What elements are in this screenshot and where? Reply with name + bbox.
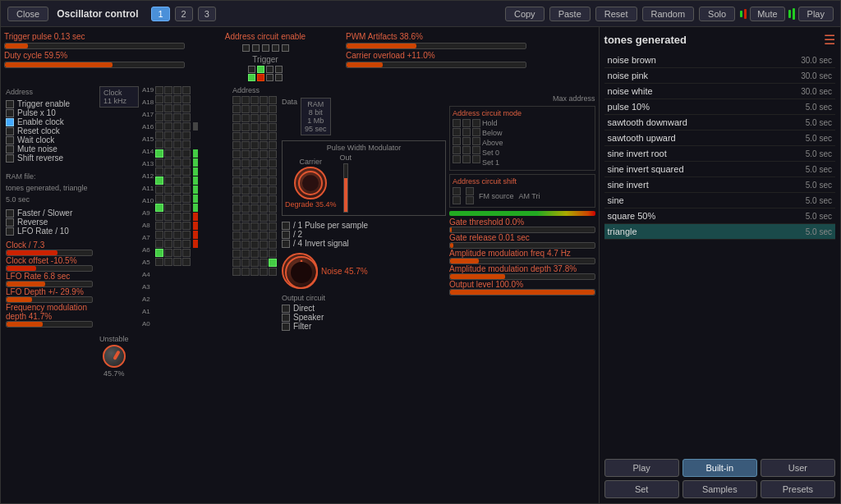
builtin-button[interactable]: Built-in xyxy=(682,459,757,477)
faster-slower-section: Faster / Slower Reverse LFO Rate / 10 xyxy=(6,208,93,236)
pps-1-cb[interactable] xyxy=(282,222,290,230)
tone-sine-invert-squared[interactable]: sine invert squared 5.0 sec xyxy=(604,162,835,177)
addr-right-checkboxes xyxy=(232,96,277,276)
freq-mod-slider[interactable] xyxy=(6,321,93,328)
speaker-cb[interactable] xyxy=(282,314,290,322)
tone-sawtooth-up[interactable]: sawtooth upward 5.0 sec xyxy=(604,131,835,146)
tab-1-button[interactable]: 1 xyxy=(151,7,169,21)
tab-2-button[interactable]: 2 xyxy=(175,7,193,21)
samples-button[interactable]: Samples xyxy=(682,480,757,498)
tone-sine-invert[interactable]: sine invert 5.0 sec xyxy=(604,177,835,193)
reset-clock-cb[interactable] xyxy=(6,127,14,135)
addr-en-cb-4[interactable] xyxy=(272,44,279,52)
pps-2-cb[interactable] xyxy=(282,231,290,239)
faster-slower-item: Faster / Slower xyxy=(6,208,93,218)
random-button[interactable]: Random xyxy=(642,7,695,21)
direct-cb[interactable] xyxy=(282,305,290,313)
play-level-indicator xyxy=(788,8,795,20)
set-samples-presets-row: Set Samples Presets xyxy=(604,480,835,498)
addr-mode-box: Address circuit mode xyxy=(449,106,595,171)
out-slider[interactable] xyxy=(343,163,348,213)
mute-noise-cb[interactable] xyxy=(6,145,14,153)
tone-list: noise brown 30.0 sec noise pink 30.0 sec… xyxy=(604,53,835,459)
filter-item: Filter xyxy=(282,322,446,331)
data-label: Data xyxy=(282,98,297,106)
enable-clock-cb[interactable] xyxy=(6,118,14,126)
trigger-pulse-group: Trigger pulse 0.13 sec Duty cycle 59.5% xyxy=(4,32,185,68)
gate-threshold-slider[interactable] xyxy=(449,227,595,233)
addr-en-cb-3[interactable] xyxy=(262,44,269,52)
amp-depth-slider[interactable] xyxy=(449,273,595,280)
tone-square-50[interactable]: square 50% 5.0 sec xyxy=(604,208,835,224)
set-button[interactable]: Set xyxy=(604,480,679,498)
carrier-overload-slider[interactable] xyxy=(346,62,526,68)
tone-pulse-10[interactable]: pulse 10% 5.0 sec xyxy=(604,99,835,115)
mute-section: Mute Play xyxy=(740,7,834,21)
menu-icon[interactable]: ☰ xyxy=(824,32,835,48)
tone-noise-pink[interactable]: noise pink 30.0 sec xyxy=(604,68,835,84)
gate-release-label: Gate release 0.01 sec xyxy=(449,233,595,242)
fm-source-label: FM source xyxy=(479,192,514,200)
addr-en-cb-5[interactable] xyxy=(282,44,289,52)
unstable-knob[interactable] xyxy=(103,345,126,368)
solo-button[interactable]: Solo xyxy=(699,7,735,21)
copy-button[interactable]: Copy xyxy=(505,7,545,21)
amp-freq-slider[interactable] xyxy=(449,258,595,264)
addr-en-cb-2[interactable] xyxy=(252,44,260,52)
addr-en-cb-1[interactable] xyxy=(242,44,250,52)
lfo-depth-slider[interactable] xyxy=(6,296,93,303)
reverse-cb[interactable] xyxy=(6,218,14,227)
tones-panel: tones generated ☰ noise brown 30.0 sec n… xyxy=(600,27,840,503)
trigger-enable-cb[interactable] xyxy=(6,100,14,108)
lfo-rate10-cb[interactable] xyxy=(6,227,14,236)
addr-shift-box: Address circuit shift FM source xyxy=(449,174,595,208)
presets-button[interactable]: Presets xyxy=(761,480,835,498)
clock-offset-slider[interactable] xyxy=(6,265,93,272)
user-button[interactable]: User xyxy=(761,459,835,477)
pulse-x10-cb[interactable] xyxy=(6,109,14,117)
top-play-button[interactable]: Play xyxy=(798,7,834,21)
carrier-knob[interactable] xyxy=(294,167,327,199)
pulse-x10-item: Pulse x 10 xyxy=(6,108,93,117)
trigger-pulse-slider[interactable] xyxy=(4,43,185,49)
tab-3-button[interactable]: 3 xyxy=(198,7,216,21)
tone-sine-invert-root[interactable]: sine invert root 5.0 sec xyxy=(604,146,835,162)
reset-button[interactable]: Reset xyxy=(595,7,637,21)
noise-knob[interactable] xyxy=(282,253,318,289)
tone-sawtooth-down[interactable]: sawtooth downward 5.0 sec xyxy=(604,115,835,131)
addr-labels-col: A19 A18 A17 A16 A15 A14 A13 A12 A11 A10 xyxy=(142,86,154,332)
pulse-per-sample-1: / 1 Pulse per sample xyxy=(282,221,446,230)
wait-clock-cb[interactable] xyxy=(6,136,14,144)
shift-cb-col1 xyxy=(453,187,461,204)
tone-triangle[interactable]: triangle 5.0 sec xyxy=(604,224,835,240)
filter-cb[interactable] xyxy=(282,323,290,331)
gate-release-slider[interactable] xyxy=(449,242,595,249)
pwm-artifacts-slider[interactable] xyxy=(346,43,526,49)
tone-noise-brown[interactable]: noise brown 30.0 sec xyxy=(604,53,835,68)
tone-sine[interactable]: sine 5.0 sec xyxy=(604,193,835,208)
faster-slower-cb[interactable] xyxy=(6,209,14,218)
paste-button[interactable]: Paste xyxy=(549,7,591,21)
tones-play-button[interactable]: Play xyxy=(604,459,679,477)
gate-threshold-section: Gate threshold 0.0% Gate release 0.01 se… xyxy=(449,211,595,296)
svg-point-1 xyxy=(302,175,319,191)
mute-button[interactable]: Mute xyxy=(750,7,784,21)
clock-73-label: Clock / 7.3 xyxy=(6,241,93,250)
shift-reverse-cb[interactable] xyxy=(6,154,14,163)
matrix-col-2 xyxy=(164,86,172,332)
out-level-slider[interactable] xyxy=(449,289,595,296)
ram-file-dur: 5.0 sec xyxy=(6,195,93,204)
lfo-rate68-slider[interactable] xyxy=(6,281,93,287)
left-controls: Address Trigger enable Pulse x 10 xyxy=(4,86,94,500)
close-button[interactable]: Close xyxy=(7,7,48,21)
play-builtin-user-row: Play Built-in User xyxy=(604,459,835,477)
tone-noise-white[interactable]: noise white 30.0 sec xyxy=(604,84,835,99)
tones-header: tones generated ☰ xyxy=(604,32,835,48)
clock-box: Clock 11 kHz xyxy=(99,86,139,108)
carrier-section: Carrier Degrade 35.4% xyxy=(285,158,337,208)
direct-item: Direct xyxy=(282,304,446,313)
duty-cycle-slider[interactable] xyxy=(4,62,185,68)
clock-73-slider[interactable] xyxy=(6,250,93,256)
pps-4-cb[interactable] xyxy=(282,240,290,248)
addr-enable-checkboxes xyxy=(242,44,289,52)
